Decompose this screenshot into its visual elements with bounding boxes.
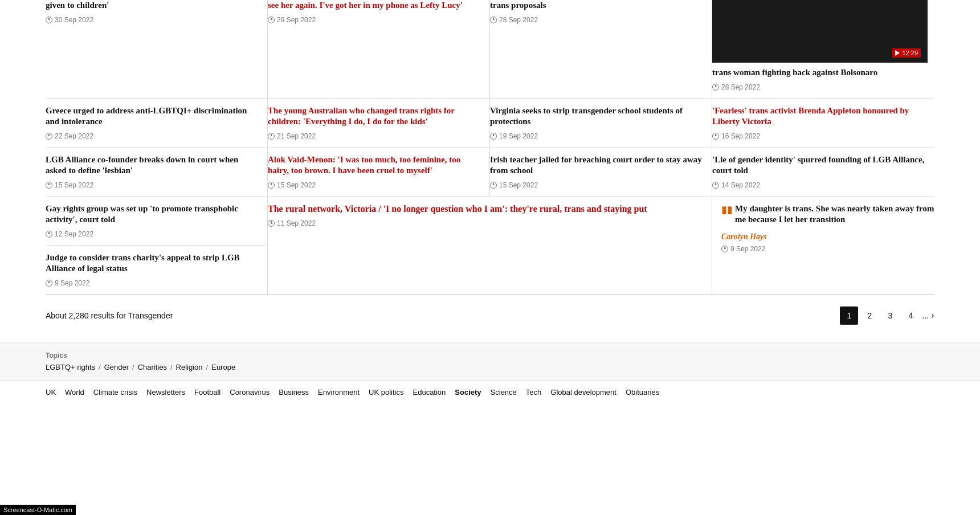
footer-topics: Topics LGBTQ+ rights / Gender / Charitie… [0,342,980,381]
article-r3c1b[interactable]: Judge to consider trans charity's appeal… [46,246,267,294]
article-meta: 15 Sep 2022 [268,181,480,189]
nav-uk-politics[interactable]: UK politics [369,388,403,397]
article-date: 29 Sep 2022 [277,16,316,24]
nav-football[interactable]: Football [194,388,220,397]
article-meta: 21 Sep 2022 [268,132,480,140]
nav-climate[interactable]: Climate crisis [93,388,137,397]
clock-icon [46,280,52,287]
nav-obituaries[interactable]: Obituaries [626,388,659,397]
article-r1c4[interactable]: 'Fearless' trans activist Brenda Appleto… [712,99,934,148]
article-row-1: Greece urged to address anti-LGBTQI+ dis… [46,99,934,148]
topic-charities[interactable]: Charities [138,363,167,371]
page-button-1[interactable]: 1 [840,306,858,325]
article-r2c3[interactable]: Irish teacher jailed for breaching court… [490,148,712,197]
article-title: The young Australian who changed trans r… [268,105,480,128]
nav-coronavirus[interactable]: Coronavirus [230,388,270,397]
article-date: 11 Sep 2022 [277,219,316,227]
article-row-2: LGB Alliance co-founder breaks down in c… [46,148,934,197]
article-title: see her again. I've got her in my phone … [268,0,483,11]
article-meta: 28 Sep 2022 [712,83,928,91]
article-date: 15 Sep 2022 [277,181,316,189]
article-r3c1-stack: Gay rights group was set up 'to promote … [46,197,268,294]
clock-icon [46,133,52,140]
article-title: Gay rights group was set up 'to promote … [46,203,258,226]
next-page-arrow[interactable]: › [931,309,934,321]
article-meta: 12 Sep 2022 [46,230,258,238]
nav-newsletters[interactable]: Newsletters [146,388,185,397]
article-r3c4[interactable]: ▮▮ My daughter is trans. She was nearly … [712,197,934,294]
article-r2c2[interactable]: Alok Vaid-Menon: 'I was too much, too fe… [268,148,490,197]
article-date: 16 Sep 2022 [721,132,760,140]
clock-icon [490,17,497,23]
clock-icon [268,182,275,189]
article-meta: 19 Sep 2022 [490,132,703,140]
nav-business[interactable]: Business [279,388,309,397]
pagination: 1 2 3 4 ... › [840,306,934,325]
article-meta: 15 Sep 2022 [490,181,703,189]
article-title: Irish teacher jailed for breaching court… [490,154,703,177]
article-meta: 22 Sep 2022 [46,132,258,140]
nav-uk[interactable]: UK [46,388,56,397]
article-r1c1[interactable]: Greece urged to address anti-LGBTQI+ dis… [46,99,268,148]
article-title: Judge to consider trans charity's appeal… [46,252,258,275]
nav-world[interactable]: World [65,388,84,397]
clock-icon [712,133,719,140]
top-article-1[interactable]: given to children' 30 Sep 2022 [46,0,268,99]
article-title: trans woman fighting back against Bolson… [712,67,928,79]
topic-europe[interactable]: Europe [211,363,235,371]
clock-icon [721,246,728,252]
topic-lgbtq[interactable]: LGBTQ+ rights [46,363,95,371]
article-meta: 16 Sep 2022 [712,132,925,140]
clock-icon [268,133,275,140]
nav-science[interactable]: Science [491,388,517,397]
article-title: given to children' [46,0,260,11]
article-date: 22 Sep 2022 [55,132,93,140]
article-r3c1a[interactable]: Gay rights group was set up 'to promote … [46,197,267,246]
topic-sep-2: / [132,363,134,371]
article-r1c2[interactable]: The young Australian who changed trans r… [268,99,490,148]
clock-icon [712,84,719,91]
article-meta: 11 Sep 2022 [268,219,703,227]
article-title: Alok Vaid-Menon: 'I was too much, too fe… [268,154,480,177]
topics-label: Topics [46,351,934,359]
top-article-3[interactable]: trans proposals 28 Sep 2022 [490,0,712,99]
results-count: About 2,280 results for Transgender [46,311,173,320]
article-r3c2[interactable]: The rural network, Victoria / 'I no long… [268,197,712,294]
article-date: 28 Sep 2022 [721,83,760,91]
article-date: 19 Sep 2022 [499,132,538,140]
page-button-2[interactable]: 2 [860,306,879,325]
top-article-2[interactable]: see her again. I've got her in my phone … [268,0,490,99]
article-title: LGB Alliance co-founder breaks down in c… [46,154,258,177]
article-title: 'Lie of gender identity' spurred foundin… [712,154,925,177]
article-meta: 15 Sep 2022 [46,181,258,189]
page-ellipsis: ... [922,311,929,320]
nav-education[interactable]: Education [413,388,446,397]
article-meta: 9 Sep 2022 [46,279,258,287]
video-time: 12:29 [902,50,918,56]
nav-society[interactable]: Society [455,388,481,397]
topics-links: LGBTQ+ rights / Gender / Charities / Rel… [46,363,934,371]
article-r2c1[interactable]: LGB Alliance co-founder breaks down in c… [46,148,268,197]
page-button-3[interactable]: 3 [881,306,899,325]
article-title: Greece urged to address anti-LGBTQI+ dis… [46,105,258,128]
page-button-4[interactable]: 4 [901,306,920,325]
topic-religion[interactable]: Religion [176,363,203,371]
clock-icon [268,220,275,227]
article-title: Virginia seeks to strip transgender scho… [490,105,703,128]
article-date: 9 Sep 2022 [730,245,765,253]
topic-gender[interactable]: Gender [104,363,129,371]
clock-icon [46,231,52,238]
clock-icon [46,17,52,23]
article-meta: 29 Sep 2022 [268,16,483,24]
article-date: 12 Sep 2022 [55,230,93,238]
article-meta: 9 Sep 2022 [721,245,934,253]
article-image: 12:29 [712,0,928,63]
article-r1c3[interactable]: Virginia seeks to strip transgender scho… [490,99,712,148]
nav-tech[interactable]: Tech [526,388,541,397]
topic-sep-4: / [206,363,209,371]
top-article-4[interactable]: 12:29 trans woman fighting back against … [712,0,934,99]
nav-environment[interactable]: Environment [318,388,360,397]
article-date: 14 Sep 2022 [721,181,760,189]
article-r2c4[interactable]: 'Lie of gender identity' spurred foundin… [712,148,934,197]
nav-global-dev[interactable]: Global development [550,388,616,397]
